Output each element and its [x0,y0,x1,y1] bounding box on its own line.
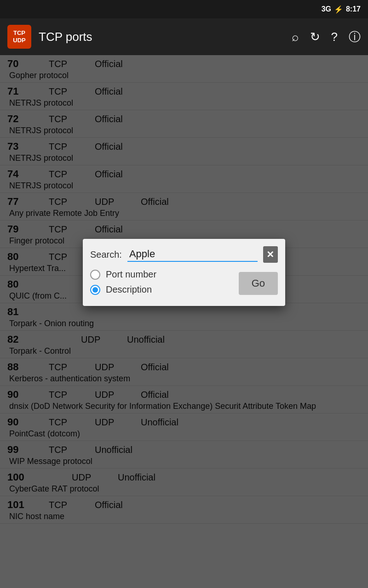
search-label: Search: [90,249,122,260]
go-button[interactable]: Go [239,272,278,295]
radio-label-description: Description [106,284,152,295]
info-icon[interactable]: ⓘ [349,29,361,45]
radio-description[interactable]: Description [90,284,231,295]
signal-indicator: 3G [322,5,331,13]
close-button[interactable]: ✕ [263,246,278,263]
radio-circle-port [90,270,100,280]
dialog-search-row: Search: ✕ [90,246,278,263]
radio-circle-description [90,285,100,295]
app-logo: TCP UDP [7,25,31,49]
refresh-icon[interactable]: ↻ [310,30,320,44]
radio-port-number[interactable]: Port number [90,269,231,280]
radio-group: Port number Description [90,269,231,295]
search-dialog: Search: ✕ Port number Description Go [83,239,285,306]
search-icon[interactable]: ⌕ [292,30,299,44]
app-bar-actions: ⌕ ↻ ? ⓘ [292,29,361,45]
search-input[interactable] [127,247,258,262]
help-icon[interactable]: ? [331,30,338,44]
logo-line2: UDP [13,37,25,44]
dialog-overlay: Search: ✕ Port number Description Go [0,55,368,588]
dialog-options-row: Port number Description Go [90,269,278,295]
status-bar: 3G ⚡ 8:17 [0,0,368,18]
radio-label-port: Port number [106,269,156,280]
logo-line1: TCP [13,29,25,37]
time-display: 8:17 [346,5,361,13]
app-bar: TCP UDP TCP ports ⌕ ↻ ? ⓘ [0,18,368,55]
main-content: 70 TCP Official Gopher protocol 71 TCP O… [0,55,368,588]
app-title: TCP ports [39,30,284,44]
battery-icon: ⚡ [334,5,343,14]
status-icons: 3G ⚡ 8:17 [322,5,361,14]
